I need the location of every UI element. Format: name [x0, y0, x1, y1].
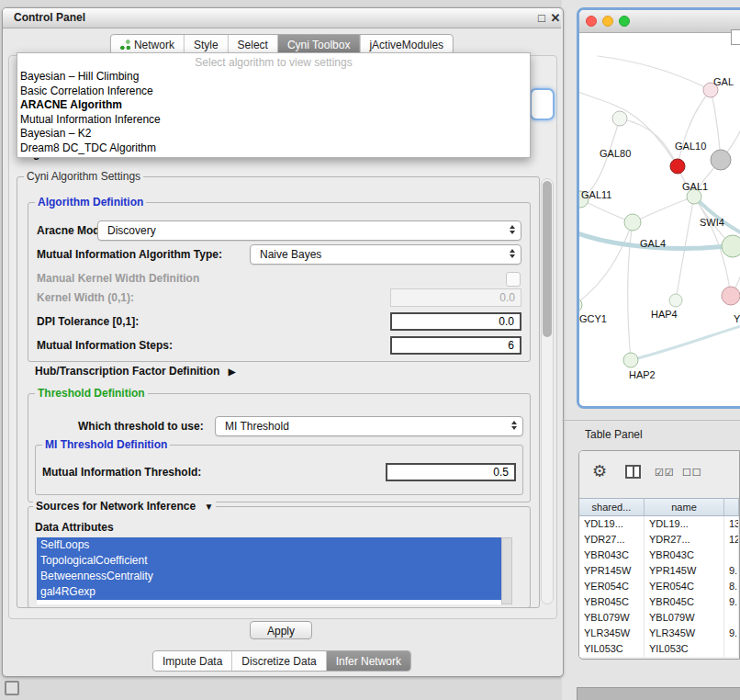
tab-jactivemodules[interactable]: jActiveModules: [360, 35, 453, 54]
node-label: GCY1: [579, 313, 607, 324]
algorithm-option[interactable]: Basic Correlation Inference: [17, 85, 530, 99]
table-row[interactable]: YIL053CYIL053C: [579, 641, 739, 657]
table-cell: YER054C: [579, 579, 645, 594]
data-attributes-list[interactable]: SelfLoopsTopologicalCoefficientBetweenne…: [37, 537, 501, 604]
table-window: ⚙ ☑☑ ☐☐ shared...name YDL19...YDL19...13…: [578, 450, 740, 660]
table-row[interactable]: YLR345WYLR345W9.: [579, 626, 739, 641]
algorithm-option[interactable]: Bayesian – Hill Climbing: [17, 70, 530, 85]
table-cell: YBR045C: [645, 594, 724, 610]
table-row[interactable]: YER054CYER054C8.: [579, 579, 739, 594]
table-row[interactable]: YBL079WYBL079W: [579, 610, 739, 626]
network-graph[interactable]: GALGAL80GAL10GAL11GAL1SWI4GAL4GCY1HAP4HA…: [579, 33, 740, 406]
tab-label: Select: [238, 39, 268, 51]
table-cell: [724, 610, 739, 626]
table-cell: YDR27...: [645, 532, 724, 548]
algorithm-combo-fragment[interactable]: [530, 88, 555, 120]
data-attributes-label: Data Attributes: [35, 517, 114, 537]
table-cell: YDR27...: [579, 532, 645, 548]
mi-threshold-group-title: MI Threshold Definition: [42, 439, 170, 451]
table-cell: YBL079W: [579, 610, 645, 626]
hub-section-label: Hub/Transcription Factor Definition: [35, 365, 219, 378]
network-titlebar: [579, 10, 740, 33]
screen: Control Panel □ ✕ NetworkStyleSelectCyni…: [0, 0, 740, 700]
apply-button[interactable]: Apply: [250, 621, 312, 639]
node-label: HAP2: [629, 369, 656, 380]
mi-steps-value: 6: [508, 339, 514, 352]
column-header[interactable]: [724, 498, 739, 516]
sources-title: Sources for Network Inference: [36, 500, 196, 513]
gear-icon[interactable]: ⚙: [592, 461, 607, 481]
data-attribute-item[interactable]: BetweennessCentrality: [37, 569, 501, 584]
algorithm-option[interactable]: Mutual Information Inference: [17, 113, 530, 128]
network-window: GALGAL80GAL10GAL11GAL1SWI4GAL4GCY1HAP4HA…: [577, 7, 740, 409]
network-node[interactable]: [670, 159, 685, 174]
tab-impute-data[interactable]: Impute Data: [153, 651, 232, 671]
float-window-icon[interactable]: □: [535, 9, 548, 28]
table-cell: 9.: [724, 626, 739, 641]
tab-cyni-toolbox[interactable]: Cyni Toolbox: [278, 35, 360, 54]
mi-steps-label: Mutual Information Steps:: [37, 335, 173, 356]
data-attribute-item[interactable]: TopologicalCoefficient: [37, 553, 501, 569]
tab-infer-network[interactable]: Infer Network: [327, 651, 410, 671]
scrollbar-thumb[interactable]: [543, 181, 552, 337]
mi-steps-input[interactable]: 6: [390, 336, 521, 355]
minimize-traffic-light[interactable]: [602, 16, 613, 27]
manual-kernel-checkbox[interactable]: [506, 272, 521, 287]
table-row[interactable]: YBR045CYBR045C9.: [579, 594, 739, 610]
stepper-arrows-icon: [510, 249, 515, 258]
network-node[interactable]: [711, 150, 731, 170]
table-cell: YBL079W: [645, 610, 724, 626]
algorithm-option[interactable]: Bayesian – K2: [17, 127, 530, 141]
close-traffic-light[interactable]: [586, 16, 597, 27]
sources-toggle[interactable]: Sources for Network Inference ▼: [33, 501, 216, 513]
network-edge: [631, 325, 740, 360]
column-header[interactable]: shared...: [579, 498, 645, 516]
network-node[interactable]: [669, 294, 682, 307]
aracne-mode-select[interactable]: Discovery: [97, 220, 521, 241]
dpi-tolerance-input[interactable]: 0.0: [390, 312, 521, 331]
close-window-icon[interactable]: ✕: [549, 9, 562, 28]
table-cell: YDL19...: [645, 516, 724, 532]
network-node[interactable]: [612, 111, 627, 126]
threshold-definition-title: Threshold Definition: [35, 388, 148, 400]
table-cell: YBR043C: [645, 548, 724, 563]
table-row[interactable]: YDR27...YDR27...12: [579, 532, 739, 548]
select-all-checks-icon[interactable]: ☑☑: [655, 467, 675, 479]
settings-scrollbar[interactable]: [541, 178, 554, 604]
deselect-all-checks-icon[interactable]: ☐☐: [682, 467, 702, 479]
network-toolbar-fragment[interactable]: [731, 29, 740, 45]
data-attribute-item[interactable]: gal4RGexp: [37, 584, 501, 600]
network-node[interactable]: [624, 214, 641, 231]
which-threshold-select[interactable]: MI Threshold: [215, 416, 523, 436]
network-node[interactable]: [623, 353, 638, 367]
zoom-traffic-light[interactable]: [619, 16, 630, 27]
table-cell: YER054C: [645, 579, 724, 594]
network-node[interactable]: [722, 235, 740, 257]
algorithm-popup: Select algorithm to view settings Bayesi…: [17, 52, 531, 158]
column-header[interactable]: name: [645, 498, 724, 516]
algorithm-popup-items: Bayesian – Hill ClimbingBasic Correlatio…: [17, 70, 530, 155]
tab-select[interactable]: Select: [229, 35, 278, 54]
manual-kernel-label: Manual Kernel Width Definition: [37, 268, 199, 288]
table-cell: YIL053C: [645, 641, 724, 657]
table-row[interactable]: YPR145WYPR145W9.: [579, 563, 739, 579]
table-row[interactable]: YBR043CYBR043C: [579, 548, 739, 563]
data-attributes-scrollbar[interactable]: [501, 537, 512, 604]
network-node[interactable]: [722, 287, 740, 305]
mi-threshold-input[interactable]: 0.5: [386, 463, 516, 481]
tab-style[interactable]: Style: [185, 35, 229, 54]
tab-discretize-data[interactable]: Discretize Data: [232, 651, 326, 671]
table-row[interactable]: YDL19...YDL19...13: [579, 516, 739, 532]
algorithm-option[interactable]: ARACNE Algorithm: [17, 98, 530, 113]
tab-network[interactable]: Network: [111, 35, 185, 54]
network-edge: [620, 119, 678, 166]
network-canvas[interactable]: GALGAL80GAL10GAL11GAL1SWI4GAL4GCY1HAP4HA…: [579, 33, 740, 406]
panel-dock-icon[interactable]: [5, 681, 19, 695]
data-attribute-item[interactable]: SelfLoops: [37, 537, 501, 553]
columns-icon[interactable]: [625, 465, 641, 479]
table-cell: [724, 641, 739, 657]
table-cell: YIL053C: [579, 641, 645, 657]
mi-type-select[interactable]: Naive Bayes: [250, 244, 521, 265]
hub-section-toggle[interactable]: Hub/Transcription Factor Definition ▶: [35, 361, 235, 382]
algorithm-option[interactable]: Dream8 DC_TDC Algorithm: [17, 141, 530, 156]
